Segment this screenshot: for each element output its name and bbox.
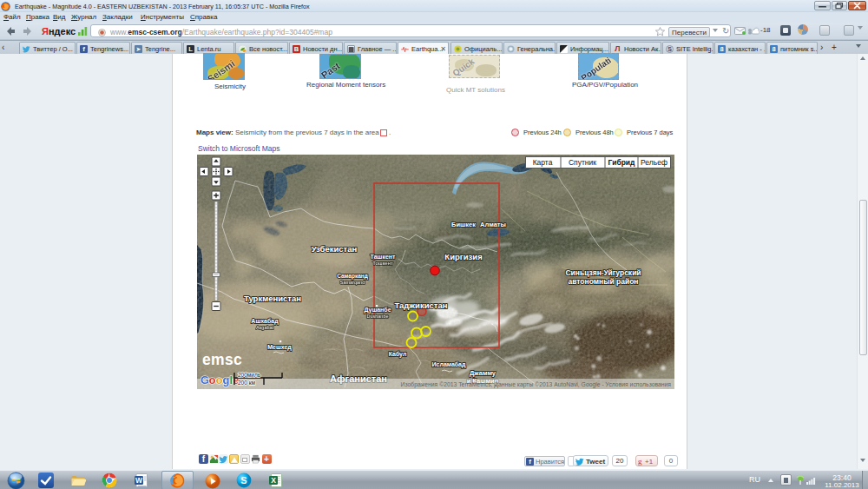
svg-text:Узбекистан: Узбекистан	[312, 244, 358, 254]
svg-text:Бишкек: Бишкек	[451, 221, 476, 228]
svg-text:Душанбе: Душанбе	[364, 307, 391, 314]
svg-text:Тошкент: Тошкент	[372, 261, 393, 266]
svg-text:Samarqand: Samarqand	[340, 280, 365, 285]
svg-text:Киргизия: Киргизия	[444, 252, 482, 261]
svg-text:Мешхед: Мешхед	[267, 344, 292, 351]
svg-text:Исламабад: Исламабад	[432, 361, 466, 368]
svg-text:Кабул: Кабул	[389, 351, 407, 358]
svg-text:emsc: emsc	[202, 351, 242, 368]
svg-text:W: W	[135, 476, 143, 485]
svg-text:Asgabat: Asgabat	[256, 325, 274, 330]
svg-text:Рельеф: Рельеф	[641, 158, 667, 167]
svg-text:Туркменистан: Туркменистан	[244, 294, 301, 303]
svg-text:X: X	[271, 476, 276, 485]
svg-text:Самарканд: Самарканд	[337, 273, 368, 280]
svg-text:Изображения ©2013 TerraMetrics: Изображения ©2013 TerraMetrics, Данные к…	[401, 381, 672, 388]
svg-text:Таджикистан: Таджикистан	[394, 301, 447, 310]
svg-text:Синьцзян-Уйгурский: Синьцзян-Уйгурский	[565, 268, 641, 277]
svg-text:Спутник: Спутник	[569, 158, 596, 167]
svg-text:o: o	[216, 373, 223, 387]
svg-text:Ташкент: Ташкент	[371, 254, 396, 260]
svg-text:S: S	[240, 475, 247, 486]
svg-text:Алматы: Алматы	[480, 221, 506, 228]
svg-text:o: o	[209, 373, 216, 387]
svg-text:200 км: 200 км	[238, 380, 255, 386]
svg-text:g: g	[223, 373, 230, 387]
svg-text:200миль: 200миль	[238, 372, 261, 378]
svg-text:Ашхабад: Ашхабад	[251, 318, 279, 325]
svg-text:Гибрид: Гибрид	[608, 158, 636, 167]
svg-text:Карта: Карта	[533, 158, 553, 167]
svg-text:Dushanbe: Dushanbe	[366, 314, 388, 319]
svg-text:Джамму: Джамму	[470, 369, 496, 377]
svg-text:автономный район: автономный район	[568, 277, 638, 286]
